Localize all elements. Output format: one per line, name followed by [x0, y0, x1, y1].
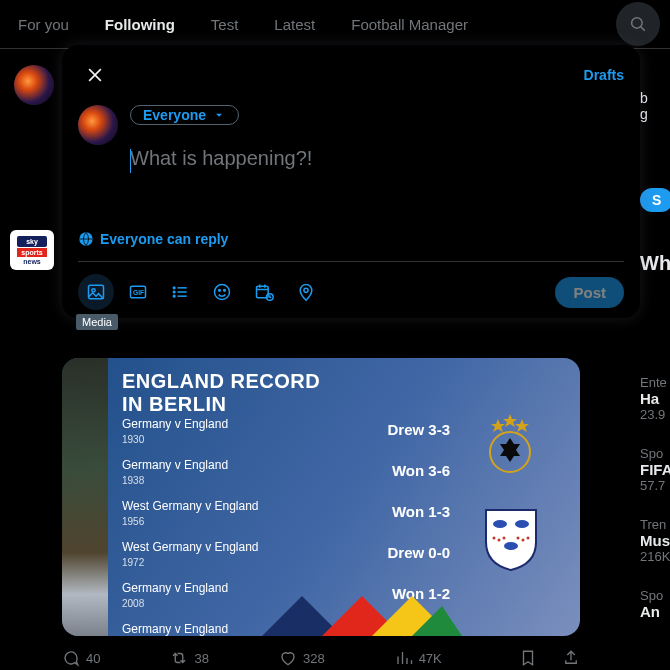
heart-icon [279, 649, 297, 667]
tweet-actions: 40 38 328 47K [62, 649, 580, 667]
gif-button[interactable]: GIF [120, 274, 156, 310]
emoji-button[interactable] [204, 274, 240, 310]
compose-toolbar: Media GIF Post [78, 268, 624, 310]
svg-marker-3 [491, 419, 505, 432]
svg-point-33 [219, 290, 221, 292]
schedule-button[interactable] [246, 274, 282, 310]
sky-logo-mid: sports [17, 248, 46, 257]
bookmark-icon [519, 649, 537, 667]
divider [78, 261, 624, 262]
bookmark-action[interactable] [519, 649, 537, 667]
record-title: ENGLAND RECORD IN BERLIN [122, 370, 320, 416]
compose-avatar[interactable] [78, 105, 118, 145]
svg-point-11 [503, 537, 506, 540]
trend-title[interactable]: FIFA [640, 461, 670, 478]
trend-title[interactable]: Ha [640, 390, 670, 407]
svg-text:GIF: GIF [133, 289, 144, 296]
svg-point-37 [304, 288, 308, 292]
svg-point-9 [493, 537, 496, 540]
retweet-action[interactable]: 38 [170, 649, 208, 667]
record-row: Germany v England1938Won 3-6 [122, 455, 450, 486]
location-icon [296, 282, 316, 302]
drafts-link[interactable]: Drafts [584, 67, 624, 83]
subscribe-button[interactable]: S [640, 188, 670, 212]
like-action[interactable]: 328 [279, 649, 325, 667]
svg-point-12 [517, 537, 520, 540]
svg-point-13 [522, 539, 525, 542]
post-button[interactable]: Post [555, 277, 624, 308]
record-row: West Germany v England1956Won 1-3 [122, 496, 450, 527]
germany-crest-icon [480, 414, 540, 474]
media-tooltip: Media [76, 314, 118, 330]
poll-icon [170, 282, 190, 302]
timeline-avatar[interactable] [14, 65, 54, 105]
retweet-icon [170, 649, 188, 667]
whats-happening-heading: Wh [640, 252, 670, 275]
gif-icon: GIF [128, 282, 148, 302]
schedule-icon [254, 282, 274, 302]
media-button[interactable]: Media [78, 274, 114, 310]
svg-marker-2 [503, 414, 517, 427]
svg-point-10 [498, 539, 501, 542]
svg-point-26 [173, 287, 175, 289]
trend-category: Tren [640, 517, 670, 532]
views-icon [395, 649, 413, 667]
svg-point-32 [215, 285, 230, 300]
trend-title[interactable]: Mus [640, 532, 670, 549]
trend-category: Spo [640, 446, 670, 461]
svg-marker-4 [515, 419, 529, 432]
audience-selector[interactable]: Everyone [130, 105, 239, 125]
svg-point-30 [173, 295, 175, 297]
chevron-down-icon [212, 108, 226, 122]
reply-icon [62, 649, 80, 667]
reply-action[interactable]: 40 [62, 649, 100, 667]
share-icon [562, 649, 580, 667]
sky-sports-avatar[interactable]: sky sports news [10, 230, 54, 270]
trend-count: 57.7 [640, 478, 670, 493]
emoji-icon [212, 282, 232, 302]
svg-point-28 [173, 291, 175, 293]
sky-logo-bot: news [17, 258, 46, 265]
trend-count: 23.9 [640, 407, 670, 422]
trend-category: Ente [640, 375, 670, 390]
england-crest-icon [482, 508, 540, 572]
reply-settings[interactable]: Everyone can reply [78, 231, 624, 247]
triangle-decoration [262, 576, 462, 636]
sky-logo-top: sky [17, 236, 46, 247]
globe-icon [78, 231, 94, 247]
share-action[interactable] [562, 649, 580, 667]
poll-button[interactable] [162, 274, 198, 310]
reply-settings-label: Everyone can reply [100, 231, 228, 247]
svg-point-14 [527, 537, 530, 540]
svg-point-6 [493, 520, 507, 528]
svg-point-8 [504, 542, 518, 550]
record-row: Germany v England1930Drew 3-3 [122, 414, 450, 445]
audience-label: Everyone [143, 107, 206, 123]
trend-title[interactable]: An [640, 603, 670, 620]
trending-sidebar: b g S Wh Ente Ha 23.9 Spo FIFA 57.7 Tren… [640, 90, 670, 644]
image-icon [86, 282, 106, 302]
close-icon [85, 65, 105, 85]
location-button[interactable] [288, 274, 324, 310]
svg-point-7 [515, 520, 529, 528]
compose-placeholder: What is happening?! [130, 147, 312, 169]
svg-point-23 [92, 289, 95, 292]
close-button[interactable] [78, 58, 112, 92]
england-record-card[interactable]: ENGLAND RECORD IN BERLIN Germany v Engla… [62, 358, 580, 636]
views-action[interactable]: 47K [395, 649, 442, 667]
text-caret [130, 149, 131, 173]
record-row: West Germany v England1972Drew 0-0 [122, 537, 450, 568]
trend-category: Spo [640, 588, 670, 603]
compose-textarea[interactable]: What is happening?! [130, 147, 624, 227]
stadium-image-strip [62, 358, 108, 636]
compose-modal: Drafts Everyone What is happening?! Ever… [62, 45, 640, 318]
svg-point-34 [224, 290, 226, 292]
trend-count: 216K [640, 549, 670, 564]
